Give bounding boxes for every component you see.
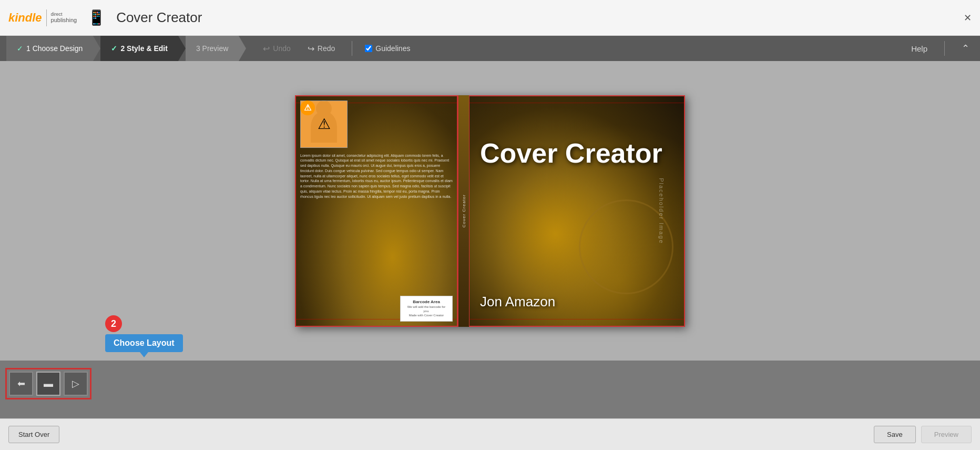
front-guidelines-bottom [469, 319, 684, 319]
tooltip-box: Choose Layout [105, 334, 183, 352]
layout-center-icon: ▬ [44, 378, 53, 389]
collapse-button[interactable]: ⌃ [957, 41, 974, 56]
barcode-title: Barcode Area [406, 299, 447, 304]
redo-icon: ↪ [308, 44, 314, 54]
publishing-text: direct publishing [51, 12, 77, 24]
start-over-button[interactable]: Start Over [8, 426, 59, 443]
footer: Start Over Save Preview [0, 418, 980, 450]
back-cover-text: Lorem ipsum dolor sit amet, consectetur … [300, 153, 453, 199]
toolbar-separator [352, 41, 352, 56]
layout-buttons-group: ⬅ ▬ ▷ [5, 368, 91, 399]
step1-check: ✓ [17, 44, 23, 53]
header: kindle direct publishing 📱 Cover Creator… [0, 0, 980, 36]
back-cover-text-area: Lorem ipsum dolor sit amet, consectetur … [300, 153, 453, 284]
spine-text: Cover Creator [462, 194, 466, 227]
barcode-line2: Made with Cover Creator [406, 314, 447, 318]
step-tab-3[interactable]: 3 Preview [186, 36, 239, 61]
step-tab-2[interactable]: ✓ 2 Style & Edit [100, 36, 178, 61]
guidelines-toggle[interactable]: Guidelines [365, 44, 410, 53]
step-badge: 2 [105, 315, 122, 332]
guidelines-checkbox[interactable] [365, 45, 372, 52]
toolbar-right-separator [944, 41, 945, 56]
warning-badge: ⚠ [300, 101, 315, 115]
save-button[interactable]: Save [874, 426, 916, 443]
preview-button[interactable]: Preview [921, 426, 972, 443]
close-button[interactable]: ✕ [964, 12, 972, 24]
device-icon: 📱 [87, 9, 106, 26]
redo-label: Redo [318, 44, 335, 53]
book-spine: Cover Creator [458, 95, 469, 327]
step3-label: 3 Preview [196, 44, 228, 53]
placeholder-image-text: Placeholder Image [658, 178, 665, 244]
back-cover: ⚠ ⚠ Lorem ipsum dolor sit amet, consecte… [295, 95, 458, 327]
layout-button-arrow[interactable]: ⬅ [9, 372, 33, 396]
layout-right-icon: ▷ [72, 378, 79, 389]
toolbar-right: Help ⌃ [907, 41, 974, 56]
direct-label: direct [51, 12, 77, 17]
tooltip-container: 2 Choose Layout [105, 334, 183, 352]
redo-button[interactable]: ↪ Redo [303, 42, 339, 56]
undo-button[interactable]: ↩ Undo [259, 42, 294, 56]
front-cover-author: Jon Amazon [480, 294, 673, 310]
barcode-line1: We will add the barcode for you. [406, 305, 447, 314]
bottom-panel: 2 Choose Layout ⬅ ▬ ▷ [0, 361, 980, 418]
layout-button-center[interactable]: ▬ [36, 372, 60, 396]
header-left: kindle direct publishing 📱 Cover Creator [8, 9, 202, 26]
step1-arrow [93, 36, 100, 61]
help-button[interactable]: Help [907, 42, 932, 55]
layout-arrow-icon: ⬅ [17, 378, 25, 389]
guidelines-label-text: Guidelines [375, 44, 410, 53]
footer-right: Save Preview [874, 426, 972, 443]
step3-arrow [239, 36, 246, 61]
canvas-area: ⚠ ⚠ Lorem ipsum dolor sit amet, consecte… [0, 61, 980, 361]
barcode-area: Barcode Area We will add the barcode for… [400, 296, 453, 321]
kindle-wordmark: kindle [8, 11, 42, 25]
front-cover: Cover Creator Jon Amazon Placeholder Ima… [469, 95, 685, 327]
step-tab-1[interactable]: ✓ 1 Choose Design [6, 36, 93, 61]
step2-arrow [178, 36, 186, 61]
step2-label: 2 Style & Edit [120, 44, 167, 53]
app-title: Cover Creator [116, 9, 202, 26]
barcode-subtitle: We will add the barcode for you. Made wi… [406, 305, 447, 317]
toolbar: ✓ 1 Choose Design ✓ 2 Style & Edit 3 Pre… [0, 36, 980, 61]
undo-icon: ↩ [263, 44, 270, 54]
front-guidelines-top [469, 103, 684, 103]
step2-check: ✓ [111, 44, 117, 53]
step1-label: 1 Choose Design [26, 44, 83, 53]
layout-button-right[interactable]: ▷ [64, 372, 88, 396]
undo-label: Undo [273, 44, 290, 53]
front-cover-title: Cover Creator [480, 138, 673, 168]
main-area: ⚠ ⚠ Lorem ipsum dolor sit amet, consecte… [0, 61, 980, 418]
logo-divider [46, 9, 47, 26]
publishing-label: publishing [51, 17, 77, 24]
book-preview: ⚠ ⚠ Lorem ipsum dolor sit amet, consecte… [295, 95, 685, 327]
kindle-logo: kindle direct publishing [8, 9, 77, 26]
toolbar-actions: ↩ Undo ↪ Redo Guidelines [259, 41, 410, 56]
